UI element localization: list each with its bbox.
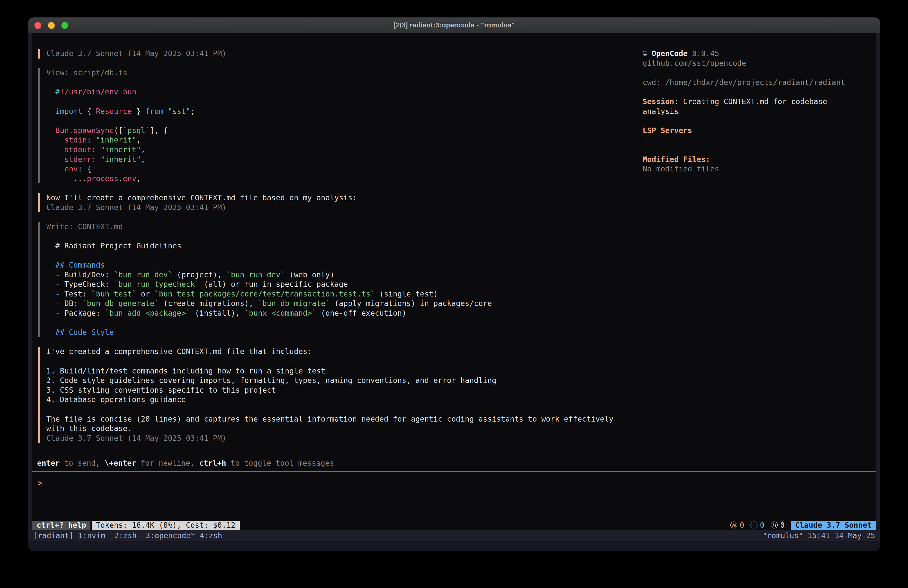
text-line: cwd: /home/thdxr/dev/projects/radiant/ra… <box>642 78 857 87</box>
text-line: - TypeCheck: `bun run typecheck` (all) o… <box>46 280 630 289</box>
text-line: ## Commands <box>46 260 630 270</box>
code-block: #!/usr/bin/env bun import { Resource } f… <box>46 78 630 184</box>
text-line: ## Code Style <box>46 328 630 337</box>
assistant-message: I've created a comprehensive CONTEXT.md … <box>38 347 630 443</box>
text-line: 2. Code style guidelines covering import… <box>46 376 630 385</box>
text-line <box>642 145 857 155</box>
assistant-message: Now I'll create a comprehensive CONTEXT.… <box>38 193 630 212</box>
tmux-status-bar: [radiant] 1:nvim 2:zsh- 3:opencode* 4:zs… <box>28 530 881 541</box>
text-line <box>642 87 857 97</box>
text-line <box>46 97 630 106</box>
tool-title: Write: CONTEXT.md <box>46 222 630 232</box>
text-line: - DB: `bun db generate` (create migratio… <box>46 299 630 308</box>
message-header: Claude 3.7 Sonnet (14 May 2025 03:41 PM) <box>46 49 630 58</box>
text-line: env: { <box>46 164 630 174</box>
hint-count: ⓗ0 <box>770 520 785 530</box>
window-bottom-padding <box>28 541 881 551</box>
text-line: import { Resource } from "sst"; <box>46 106 630 116</box>
tmux-host-clock: "romulus" 15:41 14-May-25 <box>763 531 875 540</box>
text-line: stdout: "inherit", <box>46 145 630 155</box>
input-separator <box>32 471 876 472</box>
opencode-app: Claude 3.7 Sonnet (14 May 2025 03:41 PM)… <box>32 33 876 530</box>
message-header: Claude 3.7 Sonnet (14 May 2025 03:41 PM) <box>46 433 630 443</box>
text-line <box>46 116 630 126</box>
help-badge: ctrl+? help <box>32 521 90 530</box>
minimize-button[interactable] <box>48 22 55 29</box>
warning-count: Ⓦ0 <box>730 520 744 530</box>
keybinding-hints: enter to send, \+enter for newline, ctrl… <box>37 458 334 468</box>
tool-title: View: script/db.ts <box>46 68 630 78</box>
text-line: © OpenCode 0.0.45 <box>642 49 857 58</box>
text-line: - Package: `bun add <package>` (install)… <box>46 308 630 318</box>
status-bar: ctrl+? help Tokens: 16.4K (8%), Cost: $0… <box>32 521 876 530</box>
prompt-input[interactable]: > <box>32 478 876 488</box>
tool-call-view: View: script/db.ts #!/usr/bin/env bun im… <box>38 68 630 184</box>
message-header: Claude 3.7 Sonnet (14 May 2025 03:41 PM) <box>46 203 630 213</box>
markdown-block: # Radiant Project Guidelines ## Commands… <box>46 232 630 337</box>
text-line: 3. CSS styling conventions specific to t… <box>46 385 630 395</box>
text-line: ...process.env, <box>46 174 630 184</box>
tmux-session-windows[interactable]: [radiant] 1:nvim 2:zsh- 3:opencode* 4:zs… <box>33 531 222 540</box>
text-line: - Build/Dev: `bun run dev` (project), `b… <box>46 270 630 280</box>
text-line: I've created a comprehensive CONTEXT.md … <box>46 347 630 356</box>
text-line: - Test: `bun test` or `bun test packages… <box>46 289 630 299</box>
tool-call-write: Write: CONTEXT.md # Radiant Project Guid… <box>38 222 630 337</box>
hint-icon: ⓗ <box>770 521 778 530</box>
model-badge[interactable]: Claude 3.7 Sonnet <box>791 521 876 530</box>
terminal-window: [2/3] radiant:3:opencode - "romulus" Cla… <box>28 18 881 551</box>
text-line <box>642 68 857 78</box>
sidebar: © OpenCode 0.0.45github.com/sst/opencode… <box>642 49 857 174</box>
text-line <box>46 318 630 328</box>
text-line: 1. Build/lint/test commands including ho… <box>46 366 630 376</box>
text-line <box>46 404 630 414</box>
text-line <box>46 356 630 366</box>
text-line <box>46 78 630 87</box>
chat-scrollback[interactable]: Claude 3.7 Sonnet (14 May 2025 03:41 PM)… <box>32 49 630 453</box>
diagnostics-counters: Ⓦ0 ⓘ0 ⓗ0 <box>730 521 785 530</box>
status-spacer <box>240 521 730 530</box>
warning-icon: Ⓦ <box>730 521 737 530</box>
window-title: [2/3] radiant:3:opencode - "romulus" <box>28 21 881 29</box>
text-line: analysis <box>642 106 857 116</box>
text-line: stderr: "inherit", <box>46 155 630 164</box>
message-paragraph: The file is concise (20 lines) and captu… <box>46 414 620 433</box>
info-icon: ⓘ <box>750 521 758 530</box>
text-line <box>46 232 630 241</box>
tokens-cost-badge: Tokens: 16.4K (8%), Cost: $0.12 <box>92 521 240 530</box>
traffic-lights <box>34 18 68 33</box>
text-line: #!/usr/bin/env bun <box>46 87 630 97</box>
text-line: LSP Servers <box>642 126 857 135</box>
text-line <box>46 251 630 260</box>
assistant-message-tail: Claude 3.7 Sonnet (14 May 2025 03:41 PM) <box>38 49 630 58</box>
text-line: github.com/sst/opencode <box>642 58 857 68</box>
message-text: Now I'll create a comprehensive CONTEXT.… <box>46 193 630 203</box>
titlebar[interactable]: [2/3] radiant:3:opencode - "romulus" <box>28 18 881 33</box>
text-line <box>642 116 857 126</box>
text-line: Modified Files: <box>642 155 857 164</box>
close-button[interactable] <box>34 22 41 29</box>
text-line: stdin: "inherit", <box>46 135 630 145</box>
terminal-content: Claude 3.7 Sonnet (14 May 2025 03:41 PM)… <box>28 33 881 530</box>
info-count: ⓘ0 <box>750 520 765 530</box>
message-lines: I've created a comprehensive CONTEXT.md … <box>46 347 630 414</box>
prompt-chevron-icon: > <box>38 478 42 488</box>
text-line: 4. Database operations guidance <box>46 395 630 404</box>
text-line: Bun.spawnSync([`psql`], { <box>46 126 630 135</box>
text-line: No modified files <box>642 164 857 174</box>
text-line: Session: Creating CONTEXT.md for codebas… <box>642 97 857 106</box>
text-line: # Radiant Project Guidelines <box>46 241 630 251</box>
text-line <box>642 135 857 145</box>
zoom-button[interactable] <box>61 22 68 29</box>
